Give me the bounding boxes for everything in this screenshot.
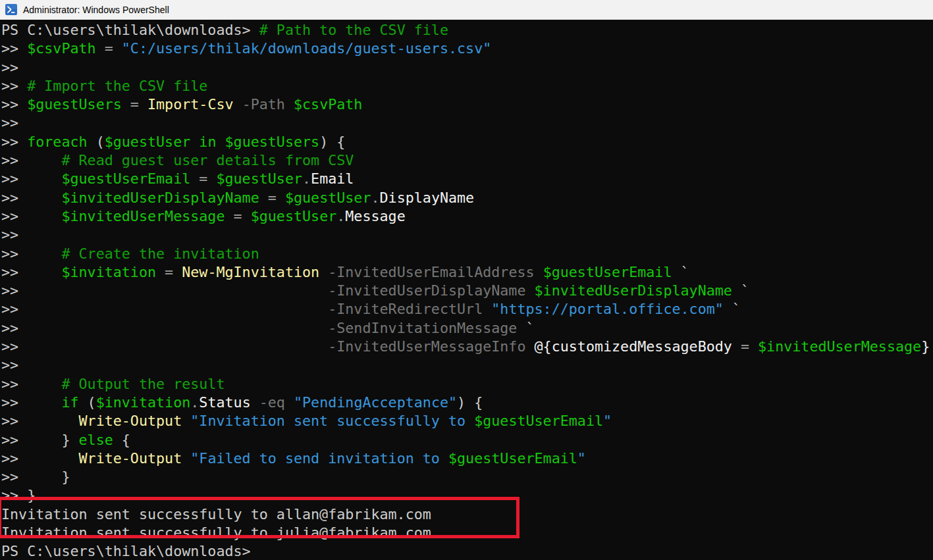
terminal-line: >> [1, 356, 933, 374]
terminal-line: >> -SendInvitationMessage ` [1, 319, 933, 338]
terminal-line: >> -InviteRedirectUrl "https://portal.of… [1, 300, 933, 318]
terminal-line: >> $invitedUserMessage = $guestUser.Mess… [1, 207, 933, 226]
powershell-window: Administrator: Windows PowerShell PS C:\… [0, 0, 933, 560]
terminal-line: PS C:\users\thilak\downloads> [1, 542, 933, 560]
terminal-line: >> # Output the result [1, 375, 933, 394]
terminal-line: Invitation sent successfully to allan@fa… [1, 505, 933, 524]
terminal-line: >> # Create the invitation [1, 245, 933, 263]
terminal-line: >> } else { [1, 431, 933, 449]
terminal-line: >> Write-Output "Invitation sent success… [1, 412, 933, 430]
terminal-line: >> -InvitedUserDisplayName $invitedUserD… [1, 282, 933, 300]
terminal-line: >> $invitedUserDisplayName = $guestUser.… [1, 189, 933, 207]
terminal-line: >> foreach ($guestUser in $guestUsers) { [1, 133, 933, 151]
terminal-line: >> $csvPath = "C:/users/thilak/downloads… [1, 39, 933, 58]
terminal-line: >> $guestUsers = Import-Csv -Path $csvPa… [1, 95, 933, 114]
terminal-line: >> [1, 59, 933, 77]
terminal-line: >> $guestUserEmail = $guestUser.Email [1, 170, 933, 188]
terminal-line: >> } [1, 486, 933, 505]
terminal-line: >> # Read guest user details from CSV [1, 151, 933, 170]
terminal-line: >> if ($invitation.Status -eq "PendingAc… [1, 394, 933, 412]
terminal-line: >> # Import the CSV file [1, 77, 933, 95]
terminal-output[interactable]: PS C:\users\thilak\downloads> # Path to … [0, 20, 933, 560]
terminal-line: >> -InvitedUserMessageInfo @{customizedM… [1, 338, 933, 356]
terminal-line: >> [1, 226, 933, 244]
terminal-line: PS C:\users\thilak\downloads> # Path to … [1, 21, 933, 39]
terminal-line: >> } [1, 468, 933, 486]
terminal-line: >> Write-Output "Failed to send invitati… [1, 449, 933, 468]
powershell-icon [5, 4, 17, 15]
window-title: Administrator: Windows PowerShell [23, 5, 169, 15]
terminal-line: >> $invitation = New-MgInvitation -Invit… [1, 263, 933, 282]
title-bar[interactable]: Administrator: Windows PowerShell [0, 0, 933, 20]
terminal-line: >> [1, 114, 933, 132]
terminal-line: Invitation sent successfully to julia@fa… [1, 524, 933, 542]
